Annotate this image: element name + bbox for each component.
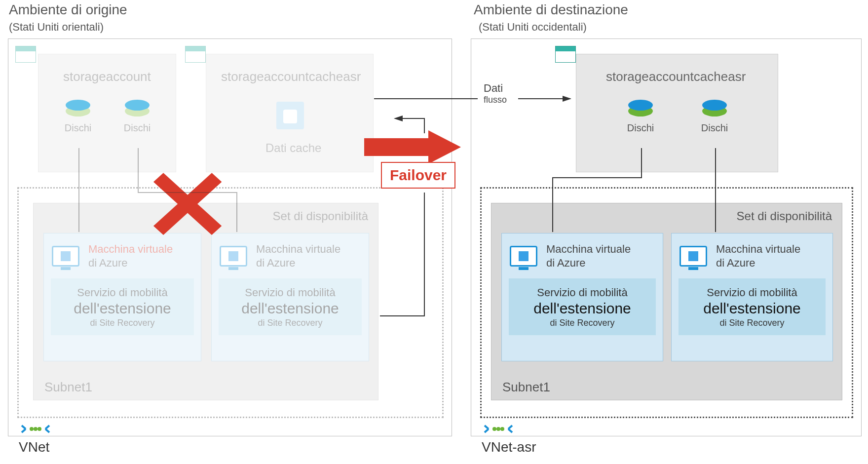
target-env-title: Ambiente di destinazione (474, 2, 628, 18)
source-storage-account: storageaccount Dischi Dischi (38, 54, 176, 172)
storage-cache-icon (185, 46, 206, 63)
cache-label: Dati cache (265, 141, 321, 155)
source-vm2-extension: Servizio di mobilità dell'estensione di … (219, 278, 362, 335)
svg-point-3 (492, 427, 496, 431)
vm-icon (679, 246, 707, 267)
source-vnet-label: VNet (19, 439, 49, 455)
vm-icon (510, 246, 537, 267)
source-env-subtitle: (Stati Uniti orientali) (9, 21, 104, 34)
failover-label: Failover (381, 162, 455, 189)
disk-icon: Dischi (122, 100, 152, 134)
target-vm-2: Macchina virtuale di Azure Servizio di m… (671, 233, 833, 361)
disk-icon: Dischi (63, 100, 93, 134)
vm-icon (220, 246, 247, 267)
source-vm2-title: Macchina virtuale di Azure (256, 242, 340, 270)
source-availability-title: Set di disponibilità (273, 209, 368, 223)
target-vm-1: Macchina virtuale di Azure Servizio di m… (501, 233, 663, 361)
svg-point-1 (34, 427, 38, 431)
source-subnet-label: Subnet1 (44, 380, 92, 395)
disk-label: Dischi (63, 122, 93, 134)
disk-icon: Dischi (626, 100, 655, 134)
target-vm2-title: Macchina virtuale di Azure (716, 242, 800, 270)
svg-point-0 (30, 427, 34, 431)
svg-point-4 (496, 427, 500, 431)
svg-point-5 (500, 427, 504, 431)
source-vm1-extension: Servizio di mobilità dell'estensione di … (51, 278, 194, 335)
disk-label: Dischi (626, 122, 655, 134)
disk-label: Dischi (122, 122, 152, 134)
disk-icon: Dischi (700, 100, 729, 134)
source-environment: storageaccount Dischi Dischi storageacco… (8, 39, 452, 436)
target-storage-cache: storageaccountcacheasr Dischi Dischi (576, 54, 778, 172)
storage-account-icon (15, 46, 36, 63)
svg-point-2 (38, 427, 41, 431)
vm-icon (52, 246, 79, 267)
source-storage-name: storageaccount (63, 69, 151, 84)
source-vm-1: Macchina virtuale di Azure Servizio di m… (43, 233, 201, 361)
target-vm1-extension: Servizio di mobilità dell'estensione di … (509, 278, 656, 335)
vnet-icon (21, 422, 50, 436)
source-env-title: Ambiente di origine (9, 2, 127, 18)
target-cache-name: storageaccountcacheasr (606, 69, 746, 84)
target-vm2-extension: Servizio di mobilità dell'estensione di … (679, 278, 826, 335)
target-subnet-label: Subnet1 (502, 380, 550, 395)
source-storage-cache: storageaccountcacheasr Dati cache (206, 54, 374, 172)
disk-label: Dischi (700, 122, 729, 134)
target-env-subtitle: (Stati Uniti occidentali) (479, 21, 587, 34)
target-availability-title: Set di disponibilità (737, 209, 832, 223)
vnet-icon (484, 422, 513, 436)
target-vm1-title: Macchina virtuale di Azure (546, 242, 631, 270)
target-vnet-label: VNet-asr (482, 439, 536, 455)
cache-data-icon (276, 102, 304, 129)
target-availability-set: Set di disponibilità Macchina virtuale d… (491, 203, 842, 400)
target-environment: storageaccountcacheasr Dischi Dischi Set… (471, 39, 862, 436)
source-vm1-title: Macchina virtuale di Azure (88, 242, 173, 270)
source-vm-2: Macchina virtuale di Azure Servizio di m… (211, 233, 369, 361)
storage-cache-icon (555, 46, 576, 63)
data-flow-label: Dati flusso (484, 82, 507, 105)
source-cache-name: storageaccountcacheasr (221, 69, 361, 84)
source-availability-set: Set di disponibilità Macchina virtuale d… (33, 203, 378, 400)
